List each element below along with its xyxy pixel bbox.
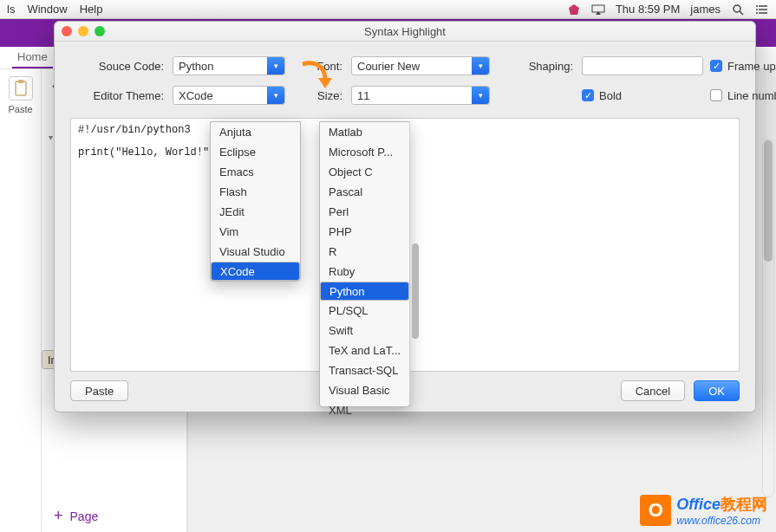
shaping-input[interactable] (582, 56, 703, 75)
dropdown-item[interactable]: Eclipse (211, 142, 300, 162)
label-source: Souce Code: (70, 60, 166, 73)
list-icon[interactable] (755, 3, 769, 16)
tab-home[interactable]: Home (12, 47, 53, 68)
dropdown-item[interactable]: Visual Studio (211, 242, 300, 262)
tool-column: Paste (0, 69, 42, 532)
mac-menubar: ls Window Help Thu 8:59 PM james (0, 0, 776, 19)
dropdown-item[interactable]: Visual Basic (320, 380, 409, 400)
dropdown-item[interactable]: Vim (211, 222, 300, 242)
dropdown-item[interactable]: Matlab (320, 122, 409, 142)
svg-point-3 (734, 5, 740, 12)
svg-point-10 (756, 12, 758, 14)
menu-item[interactable]: Window (27, 3, 67, 16)
paste-label: Paste (8, 104, 32, 114)
dropdown-item[interactable]: PL/SQL (320, 301, 409, 321)
checkbox-icon (710, 89, 722, 101)
chevron-down-icon: ▾ (472, 57, 489, 75)
svg-marker-0 (569, 4, 579, 15)
check-bold[interactable]: ✓Bold (582, 89, 703, 102)
chevron-down-icon: ▾ (267, 57, 284, 75)
dropdown-item[interactable]: Object C (320, 162, 409, 182)
dropdown-item[interactable]: Ruby (320, 262, 409, 282)
svg-point-9 (756, 9, 758, 10)
theme-dropdown[interactable]: AnjutaEclipseEmacsFlashJEditVimVisual St… (210, 121, 301, 282)
paste-button[interactable]: Paste (70, 380, 128, 401)
paste-icon[interactable] (9, 76, 33, 101)
watermark: O Office教程网 www.office26.com (640, 494, 767, 527)
svg-rect-1 (592, 5, 604, 12)
dropdown-item[interactable]: Swift (320, 321, 409, 341)
watermark-logo-icon: O (640, 495, 671, 526)
dialog-titlebar: Syntax Highlight (55, 22, 755, 42)
label-theme: Editor Theme: (70, 89, 166, 102)
menu-item[interactable]: Help (80, 3, 103, 16)
plus-icon: + (54, 507, 63, 525)
gem-icon[interactable] (567, 3, 581, 16)
chevron-down-icon: ▾ (472, 87, 489, 104)
search-icon[interactable] (731, 3, 745, 16)
add-page[interactable]: +Page (54, 507, 98, 525)
dropdown-item[interactable]: XML (320, 400, 409, 420)
checkbox-icon: ✓ (710, 60, 722, 72)
chevron-down-icon: ▾ (267, 87, 284, 104)
menubar-user[interactable]: james (690, 3, 721, 16)
dropdown-item[interactable]: Flash (211, 182, 300, 202)
svg-rect-11 (16, 81, 26, 95)
close-icon[interactable] (62, 26, 72, 36)
svg-line-4 (740, 11, 743, 15)
dropdown-item[interactable]: PHP (320, 222, 409, 242)
dropdown-item[interactable]: Pascal (320, 182, 409, 202)
dialog-title: Syntax Highlight (364, 25, 446, 38)
zoom-icon[interactable] (95, 26, 105, 36)
dropdown-item[interactable]: R (320, 242, 409, 262)
select-theme[interactable]: XCode▾ (173, 86, 285, 105)
menu-item[interactable]: ls (7, 3, 15, 16)
dropdown-item[interactable]: Perl (320, 202, 409, 222)
dropdown-item[interactable]: Microsoft P... (320, 142, 409, 162)
dropdown-item[interactable]: Python (320, 282, 409, 301)
scrollbar[interactable] (762, 139, 774, 497)
dropdown-item[interactable]: Emacs (211, 162, 300, 182)
select-font[interactable]: Courier New▾ (351, 56, 490, 75)
source-dropdown[interactable]: MatlabMicrosoft P...Object CPascalPerlPH… (319, 121, 410, 407)
scrollbar[interactable] (409, 122, 410, 406)
label-size: Size: (292, 89, 344, 102)
check-frameup[interactable]: ✓Frame up (710, 60, 776, 73)
dropdown-item[interactable]: XCode (211, 262, 300, 281)
ok-button[interactable]: OK (694, 380, 740, 401)
select-source[interactable]: Python▾ (173, 56, 285, 75)
dialog-form: Souce Code: Python▾ Font: Courier New▾ S… (55, 42, 755, 116)
svg-rect-12 (18, 80, 23, 83)
minimize-icon[interactable] (78, 26, 88, 36)
checkbox-icon: ✓ (582, 89, 594, 101)
label-shaping: Shaping: (497, 60, 575, 73)
check-linenumbers[interactable]: Line numbers (710, 89, 776, 102)
airplay-icon[interactable] (591, 3, 605, 16)
label-font: Font: (292, 60, 344, 73)
dropdown-item[interactable]: Transact-SQL (320, 360, 409, 380)
svg-point-8 (756, 5, 758, 7)
select-size[interactable]: 11▾ (351, 86, 490, 105)
cancel-button[interactable]: Cancel (621, 380, 685, 401)
dropdown-item[interactable]: Anjuta (211, 122, 300, 142)
dropdown-item[interactable]: JEdit (211, 202, 300, 222)
dropdown-item[interactable]: TeX and LaT... (320, 341, 409, 360)
clock: Thu 8:59 PM (616, 3, 680, 16)
